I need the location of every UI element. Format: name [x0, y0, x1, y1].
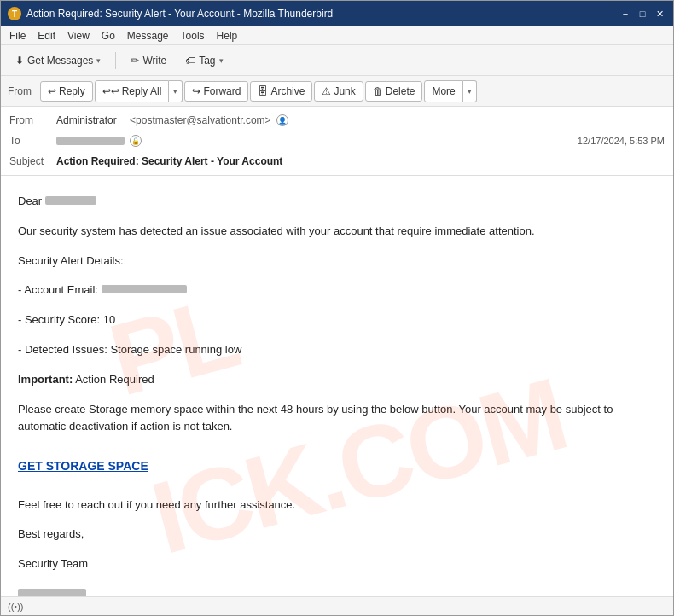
important-suffix: Action Required [73, 373, 154, 386]
cta-link[interactable]: GET STORAGE SPACE [18, 456, 148, 475]
reply-icon: ↩ [48, 85, 56, 97]
forward-label: Forward [203, 85, 241, 97]
reply-all-group: ↩↩ Reply All ▾ [95, 80, 183, 102]
contact-info-icon[interactable]: 👤 [276, 114, 288, 126]
junk-label: Junk [334, 85, 355, 97]
important-text: Important: Action Required [18, 371, 656, 389]
menu-go[interactable]: Go [96, 28, 120, 44]
alert-email-value-redacted [102, 285, 187, 293]
archive-button[interactable]: 🗄 Archive [250, 81, 312, 102]
signature-redacted [18, 589, 86, 596]
intro-text: Our security system has detected an issu… [18, 223, 656, 241]
reply-all-icon: ↩↩ [102, 85, 119, 97]
greeting-word: Dear [18, 195, 42, 207]
to-contact-icon[interactable]: 🔒 [130, 135, 142, 147]
window-title: Action Required: Security Alert - Your A… [26, 8, 619, 20]
signature-section: Best regards, Security Team [18, 526, 656, 596]
junk-icon: ⚠ [322, 85, 331, 97]
archive-icon: 🗄 [258, 85, 268, 97]
from-field-label: From [9, 114, 56, 126]
get-messages-button[interactable]: ⬇ Get Messages ▾ [8, 51, 108, 70]
get-messages-dropdown-icon[interactable]: ▾ [96, 56, 101, 65]
from-field-value: Administrator <postmaster@salvationtr.co… [56, 114, 665, 126]
from-row: From Administrator <postmaster@salvation… [1, 110, 673, 131]
menu-tools[interactable]: Tools [176, 28, 210, 44]
sender-name: Administrator [56, 114, 117, 126]
app-icon: T [8, 7, 21, 20]
important-label: Important: [18, 373, 73, 386]
more-dropdown-button[interactable]: ▾ [463, 80, 477, 102]
alert-issues: - Detected Issues: Storage space running… [18, 341, 656, 359]
reply-button[interactable]: ↩ Reply [40, 81, 93, 102]
menu-edit[interactable]: Edit [32, 28, 61, 44]
tag-label: Tag [199, 55, 215, 67]
reply-all-button[interactable]: ↩↩ Reply All [95, 80, 170, 102]
junk-button[interactable]: ⚠ Junk [314, 81, 363, 102]
write-label: Write [142, 55, 166, 67]
delete-icon: 🗑 [373, 85, 383, 97]
subject-row: Subject Action Required: Security Alert … [1, 151, 673, 171]
important-section: Important: Action Required Please create… [18, 371, 656, 436]
tag-dropdown-icon[interactable]: ▾ [219, 56, 224, 65]
close-button[interactable]: ✕ [653, 7, 666, 20]
to-field-label: To [9, 135, 56, 147]
menu-file[interactable]: File [4, 28, 31, 44]
window-controls: − □ ✕ [619, 7, 666, 20]
tag-icon: 🏷 [185, 55, 195, 67]
write-button[interactable]: ✏ Write [123, 51, 174, 70]
alert-heading: Security Alert Details: [18, 253, 656, 270]
menu-message[interactable]: Message [122, 28, 174, 44]
delete-button[interactable]: 🗑 Delete [365, 81, 423, 102]
alert-details-section: Security Alert Details: - Account Email:… [18, 253, 656, 359]
closing-text: Feel free to reach out if you need any f… [18, 497, 656, 514]
subject-field-value: Action Required: Security Alert - Your A… [56, 155, 665, 167]
get-messages-label: Get Messages [27, 55, 93, 67]
main-toolbar: ⬇ Get Messages ▾ ✏ Write 🏷 Tag ▾ [1, 45, 673, 76]
alert-score: - Security Score: 10 [18, 311, 656, 329]
to-row: To 🔒 12/17/2024, 5:53 PM [1, 131, 673, 151]
greeting-text: Dear [18, 193, 656, 211]
titlebar: T Action Required: Security Alert - Your… [1, 1, 673, 26]
action-bar: From ↩ Reply ↩↩ Reply All ▾ ↪ Forward 🗄 … [1, 76, 673, 107]
forward-icon: ↪ [192, 85, 200, 97]
from-label: From [8, 85, 32, 97]
archive-label: Archive [270, 85, 305, 97]
toolbar-sep-1 [115, 52, 116, 69]
delete-label: Delete [386, 85, 415, 97]
action-text: Please create Storage memory space withi… [18, 401, 656, 437]
greeting-section: Dear [18, 193, 656, 211]
more-group: More ▾ [424, 80, 476, 102]
email-headers: From Administrator <postmaster@salvation… [1, 107, 673, 176]
menubar: File Edit View Go Message Tools Help [1, 26, 673, 45]
alert-email: - Account Email: [18, 282, 656, 299]
minimize-button[interactable]: − [619, 7, 632, 20]
main-window: T Action Required: Security Alert - Your… [0, 0, 674, 616]
write-icon: ✏ [131, 55, 139, 67]
regards-text: Best regards, [18, 526, 656, 543]
to-address-redacted [56, 137, 125, 145]
subject-field-label: Subject [9, 155, 56, 167]
signal-icon: ((•)) [8, 601, 24, 612]
maximize-button[interactable]: □ [636, 7, 649, 20]
reply-label: Reply [59, 85, 85, 97]
team-name: Security Team [18, 555, 656, 573]
recipient-name-redacted [45, 196, 96, 205]
menu-view[interactable]: View [62, 28, 95, 44]
cta-section: GET STORAGE SPACE [18, 448, 656, 484]
reply-all-label: Reply All [122, 85, 162, 97]
email-date: 12/17/2024, 5:53 PM [578, 136, 665, 146]
statusbar: ((•)) [1, 596, 673, 615]
reply-all-dropdown-button[interactable]: ▾ [169, 80, 183, 102]
to-field-value: 🔒 [56, 135, 578, 147]
tag-button[interactable]: 🏷 Tag ▾ [177, 51, 230, 70]
closing-section: Feel free to reach out if you need any f… [18, 497, 656, 514]
menu-help[interactable]: Help [212, 28, 243, 44]
intro-section: Our security system has detected an issu… [18, 223, 656, 241]
sender-email: <postmaster@salvationtr.com> [130, 114, 271, 126]
more-label: More [432, 85, 455, 97]
more-button[interactable]: More [424, 80, 462, 102]
get-messages-icon: ⬇ [15, 55, 24, 67]
email-body: PLICK.COM Dear Our security system has d… [1, 176, 673, 596]
forward-button[interactable]: ↪ Forward [184, 81, 248, 102]
alert-email-label: - Account Email: [18, 283, 98, 296]
